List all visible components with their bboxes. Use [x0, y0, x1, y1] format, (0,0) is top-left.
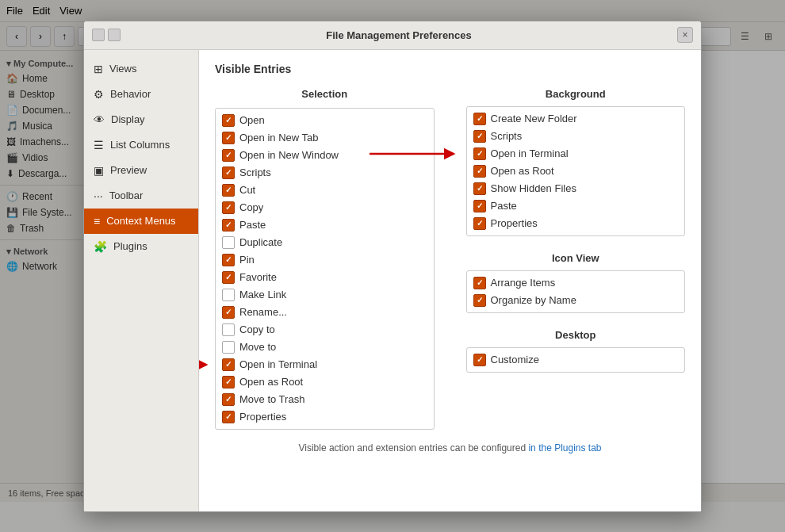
minimize-button[interactable]	[92, 29, 105, 41]
cb-open-new-tab: Open in New Tab	[216, 129, 434, 147]
footer-plugins-link[interactable]: in the Plugins tab	[528, 442, 601, 454]
footer-note: Visible action and extension entries can…	[215, 442, 685, 454]
cb-duplicate-checkbox[interactable]	[222, 236, 235, 249]
nav-item-behavior-label: Behavior	[110, 88, 151, 100]
dialog-titlebar: File Management Preferences ×	[84, 21, 701, 50]
cb-copy: Copy	[216, 199, 434, 216]
cb-organize-by-name-checkbox[interactable]	[473, 294, 486, 307]
cb-open-as-root-bg: Open as Root	[467, 163, 685, 180]
nav-item-list-columns[interactable]: ☰ List Columns	[84, 132, 198, 158]
cb-cut-checkbox[interactable]	[222, 184, 235, 197]
cb-copy-to-checkbox[interactable]	[222, 323, 235, 336]
cb-customize-label: Customize	[491, 354, 539, 366]
cb-properties-bg-label: Properties	[491, 217, 538, 229]
nav-item-preview-label: Preview	[110, 164, 147, 176]
cb-scripts-bg-label: Scripts	[491, 130, 523, 142]
cb-open-terminal-bg: Open in Terminal	[467, 145, 685, 163]
cb-make-link-label: Make Link	[239, 289, 286, 300]
cb-create-new-folder-checkbox[interactable]	[473, 113, 486, 125]
cb-open-as-root-label: Open as Root	[239, 376, 303, 388]
cb-scripts-checkbox[interactable]	[222, 166, 235, 179]
cb-properties-bg-checkbox[interactable]	[473, 217, 486, 230]
icon-view-checkbox-list: Arrange Items Organize by Name	[466, 270, 686, 313]
cb-open-new-window-label: Open in New Window	[239, 149, 339, 161]
nav-item-views[interactable]: ⊞ Views	[84, 56, 198, 82]
cb-paste-bg-checkbox[interactable]	[473, 200, 486, 212]
icon-view-title: Icon View	[466, 252, 686, 264]
cb-customize-checkbox[interactable]	[473, 354, 486, 366]
nav-item-views-label: Views	[109, 63, 136, 75]
cb-open-terminal-bg-label: Open in Terminal	[491, 147, 569, 159]
cb-open-checkbox[interactable]	[222, 114, 235, 127]
nav-item-context-menus-label: Context Menus	[106, 215, 175, 227]
nav-item-toolbar[interactable]: ··· Toolbar	[84, 183, 198, 209]
context-menus-icon: ≡	[94, 215, 100, 228]
cb-open-as-root-bg-checkbox[interactable]	[473, 165, 486, 178]
arrow-svg-1	[199, 358, 212, 372]
right-sections: Background Create New Folder Scripts	[466, 88, 686, 430]
dialog-overlay: File Management Preferences × ⊞ Views ⚙ …	[0, 0, 785, 532]
cb-scripts-bg-checkbox[interactable]	[473, 130, 486, 143]
cb-properties-sel: Properties	[216, 408, 434, 426]
cb-favorite-label: Favorite	[239, 271, 277, 283]
background-title: Background	[466, 88, 686, 100]
cb-arrange-items: Arrange Items	[467, 274, 685, 292]
cb-arrange-items-label: Arrange Items	[491, 277, 556, 289]
cb-rename: Rename...	[216, 304, 434, 321]
nav-item-preview[interactable]: ▣ Preview	[84, 158, 198, 183]
cb-cut: Cut	[216, 182, 434, 199]
preferences-nav: ⊞ Views ⚙ Behavior 👁 Display ☰ List Colu…	[84, 50, 199, 511]
cb-open-terminal-sel-label: Open in Terminal	[239, 358, 317, 370]
columns-container: Selection Open Open in New Tab	[215, 88, 685, 430]
cb-move-to-trash-checkbox[interactable]	[222, 393, 235, 406]
cb-move-to-checkbox[interactable]	[222, 341, 235, 354]
plugins-icon: 🧩	[94, 240, 107, 253]
cb-make-link-checkbox[interactable]	[222, 289, 235, 301]
cb-open-terminal-sel: Open in Terminal	[216, 356, 434, 373]
toolbar-icon: ···	[94, 189, 103, 202]
arrow-annotation-1	[199, 358, 212, 372]
cb-copy-checkbox[interactable]	[222, 201, 235, 214]
cb-open-terminal-sel-checkbox[interactable]	[222, 358, 235, 371]
cb-cut-label: Cut	[239, 184, 255, 196]
cb-paste-checkbox[interactable]	[222, 219, 235, 232]
cb-open-new-window: Open in New Window	[216, 147, 434, 164]
cb-paste: Paste	[216, 216, 434, 234]
cb-customize: Customize	[467, 351, 685, 369]
cb-show-hidden-files-checkbox[interactable]	[473, 182, 486, 195]
cb-pin-checkbox[interactable]	[222, 254, 235, 266]
nav-item-plugins[interactable]: 🧩 Plugins	[84, 234, 198, 259]
nav-item-context-menus[interactable]: ≡ Context Menus	[84, 209, 198, 234]
cb-open-new-tab-checkbox[interactable]	[222, 132, 235, 144]
desktop-title: Desktop	[466, 329, 686, 341]
cb-open-as-root: Open as Root	[216, 373, 434, 391]
cb-copy-to-label: Copy to	[239, 323, 275, 335]
cb-paste-label: Paste	[239, 219, 266, 231]
cb-open-as-root-checkbox[interactable]	[222, 376, 235, 388]
cb-favorite-checkbox[interactable]	[222, 271, 235, 284]
cb-move-to-label: Move to	[239, 341, 276, 353]
nav-item-display[interactable]: 👁 Display	[84, 107, 198, 132]
cb-properties-sel-label: Properties	[239, 411, 286, 423]
cb-open-terminal-bg-checkbox[interactable]	[473, 147, 486, 160]
cb-rename-label: Rename...	[239, 306, 287, 318]
cb-duplicate: Duplicate	[216, 234, 434, 251]
cb-properties-sel-checkbox[interactable]	[222, 411, 235, 423]
nav-item-display-label: Display	[111, 113, 145, 125]
cb-arrange-items-checkbox[interactable]	[473, 277, 486, 289]
cb-properties-bg: Properties	[467, 215, 685, 232]
cb-duplicate-label: Duplicate	[239, 236, 282, 248]
cb-open-new-window-checkbox[interactable]	[222, 149, 235, 162]
cb-favorite: Favorite	[216, 269, 434, 286]
close-button[interactable]: ×	[677, 27, 693, 43]
cb-paste-bg-label: Paste	[491, 200, 517, 212]
cb-rename-checkbox[interactable]	[222, 306, 235, 319]
dialog-title: File Management Preferences	[121, 29, 677, 41]
nav-item-behavior[interactable]: ⚙ Behavior	[84, 82, 198, 107]
cb-pin: Pin	[216, 251, 434, 269]
window-buttons	[92, 29, 121, 41]
cb-paste-bg: Paste	[467, 197, 685, 215]
cb-copy-label: Copy	[239, 201, 263, 213]
cb-open-label: Open	[239, 114, 265, 126]
maximize-button[interactable]	[108, 29, 121, 41]
